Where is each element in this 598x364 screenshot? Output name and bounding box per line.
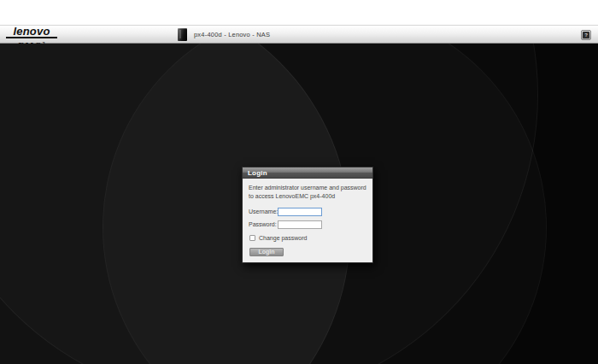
top-white-strip: [0, 0, 598, 25]
password-row: Password:: [249, 220, 366, 229]
help-icon[interactable]: ?: [581, 30, 591, 40]
change-password-checkbox[interactable]: [249, 235, 255, 241]
change-password-row: Change password: [249, 235, 366, 241]
login-dialog-body: Enter administrator username and passwor…: [243, 179, 372, 262]
password-label: Password:: [249, 221, 278, 227]
lenovo-wordmark: lenovo: [6, 26, 57, 38]
device-title: px4-400d - Lenovo - NAS: [194, 31, 270, 38]
username-input[interactable]: [278, 208, 322, 216]
login-dialog-title: Login: [248, 169, 267, 177]
page: lenovo EMC2 px4-400d - Lenovo - NAS ? Lo…: [0, 0, 598, 364]
password-input[interactable]: [278, 220, 322, 229]
login-dialog: Login Enter administrator username and p…: [242, 167, 373, 263]
login-button[interactable]: Login: [249, 248, 284, 256]
login-dialog-titlebar: Login: [243, 167, 372, 179]
device-title-group: px4-400d - Lenovo - NAS: [178, 28, 270, 41]
nas-device-icon: [178, 28, 187, 41]
username-label: Username:: [249, 208, 278, 214]
login-description: Enter administrator username and passwor…: [249, 184, 366, 201]
change-password-label: Change password: [259, 235, 307, 241]
help-icon-glyph: ?: [583, 32, 589, 38]
username-row: Username:: [249, 208, 366, 216]
header-bar: lenovo EMC2 px4-400d - Lenovo - NAS ?: [0, 25, 598, 44]
